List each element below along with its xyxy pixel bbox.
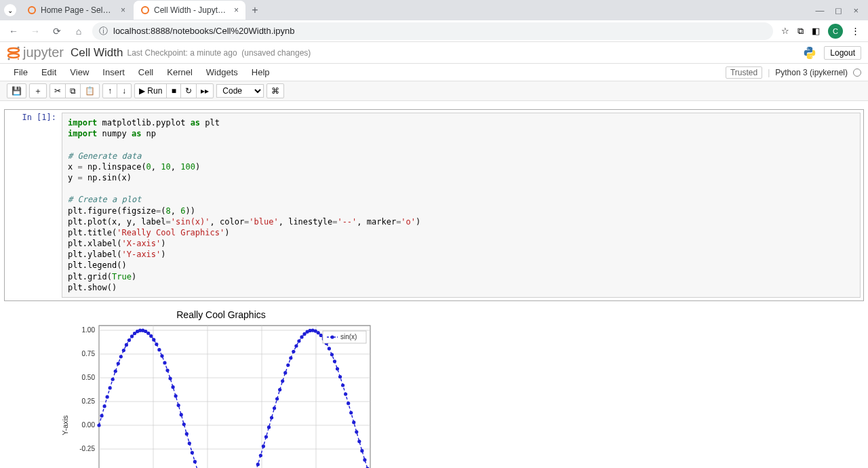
menu-widgets[interactable]: Widgets [199, 67, 245, 77]
run-button[interactable]: ▶ Run [134, 83, 167, 98]
kernel-indicator-icon[interactable] [853, 69, 861, 77]
address-bar[interactable]: ⓘ localhost:8888/notebooks/Cell%20Width.… [92, 22, 773, 40]
svg-point-108 [286, 364, 290, 367]
cell-output: . Really Cool Graphics 0246810-1.00-0.75… [4, 305, 864, 468]
restart-button[interactable]: ↻ [180, 83, 197, 98]
svg-point-71 [185, 432, 189, 435]
browser-tab-active[interactable]: Cell Width - Jupyter Notebook × [134, 1, 245, 20]
svg-point-112 [297, 339, 300, 343]
move-up-button[interactable]: ↑ [102, 83, 117, 98]
svg-point-134 [357, 440, 361, 443]
svg-point-5 [8, 58, 10, 60]
tab-search-button[interactable]: ⌄ [4, 4, 16, 16]
move-down-button[interactable]: ↓ [117, 83, 132, 98]
close-icon[interactable]: × [234, 5, 239, 15]
plot-output: Really Cool Graphics 0246810-1.00-0.75-0… [58, 305, 384, 468]
svg-point-59 [152, 338, 155, 341]
checkpoint-text: Last Checkpoint: a minute ago (unsaved c… [127, 48, 311, 58]
svg-point-43 [108, 386, 112, 389]
svg-point-135 [360, 449, 363, 452]
svg-text:0.25: 0.25 [82, 397, 96, 405]
svg-point-123 [328, 347, 331, 350]
kebab-menu-icon[interactable]: ⋮ [851, 26, 860, 36]
menu-kernel[interactable]: Kernel [160, 67, 199, 77]
kernel-name[interactable]: Python 3 (ipykernel) [775, 68, 848, 77]
bookmark-star-icon[interactable]: ☆ [781, 26, 789, 36]
svg-point-42 [106, 395, 109, 399]
svg-point-119 [317, 331, 320, 334]
svg-point-109 [289, 356, 292, 359]
svg-point-99 [262, 444, 265, 448]
menu-edit[interactable]: Edit [35, 67, 63, 77]
logout-button[interactable]: Logout [824, 46, 861, 60]
svg-point-98 [259, 454, 262, 457]
svg-point-4 [18, 46, 20, 48]
maximize-icon[interactable]: ◻ [835, 5, 842, 16]
forward-icon[interactable]: → [27, 26, 43, 37]
menu-view[interactable]: View [63, 67, 96, 77]
cell-type-select[interactable]: Code [216, 84, 264, 98]
python-logo-icon [802, 45, 817, 60]
menu-insert[interactable]: Insert [96, 67, 132, 77]
svg-point-111 [294, 344, 298, 347]
side-panel-icon[interactable]: ◧ [812, 26, 820, 36]
svg-point-120 [319, 334, 323, 337]
svg-point-63 [163, 361, 166, 364]
trusted-indicator[interactable]: Trusted [726, 66, 762, 79]
svg-point-130 [347, 402, 350, 405]
svg-point-97 [256, 463, 260, 466]
jupyter-logo[interactable]: jupyter [7, 45, 64, 60]
code-editor[interactable]: import matplotlib.pyplot as plt import n… [62, 113, 861, 298]
back-icon[interactable]: ← [5, 26, 22, 37]
notebook-name[interactable]: Cell Width [71, 46, 123, 60]
svg-point-133 [355, 430, 358, 433]
menu-file[interactable]: File [7, 67, 35, 77]
svg-point-124 [330, 353, 334, 356]
home-icon[interactable]: ⌂ [71, 26, 87, 37]
code-cell[interactable]: In [1]: import matplotlib.pyplot as plt … [4, 109, 864, 301]
site-info-icon[interactable]: ⓘ [99, 25, 108, 37]
svg-text:1.00: 1.00 [82, 326, 96, 334]
browser-tab[interactable]: Home Page - Select or create ... × [20, 1, 132, 20]
copy-button[interactable]: ⧉ [65, 83, 81, 98]
save-button[interactable]: 💾 [7, 83, 26, 98]
profile-avatar[interactable]: C [828, 24, 843, 39]
svg-point-2 [8, 48, 19, 52]
svg-point-141 [330, 335, 334, 338]
svg-point-48 [122, 349, 125, 352]
svg-point-50 [127, 338, 131, 342]
interrupt-button[interactable]: ■ [166, 83, 181, 98]
svg-point-47 [119, 355, 123, 358]
plot-svg: 0246810-1.00-0.75-0.50-0.250.000.250.500… [58, 321, 384, 468]
restart-run-all-button[interactable]: ▸▸ [196, 83, 214, 98]
new-tab-button[interactable]: + [247, 4, 263, 16]
minimize-icon[interactable]: — [815, 5, 824, 16]
svg-point-0 [28, 7, 35, 14]
svg-point-73 [191, 451, 194, 454]
svg-point-107 [283, 371, 287, 374]
url-text: localhost:8888/notebooks/Cell%20Width.ip… [113, 26, 294, 36]
svg-point-39 [97, 423, 100, 427]
jupyter-favicon [140, 5, 150, 15]
svg-text:0.00: 0.00 [82, 421, 96, 429]
cut-button[interactable]: ✂ [50, 83, 66, 98]
svg-point-61 [157, 348, 161, 351]
input-prompt: In [1]: [7, 113, 62, 298]
svg-point-132 [352, 421, 355, 424]
reload-icon[interactable]: ⟳ [49, 26, 65, 37]
extensions-icon[interactable]: ⧉ [797, 26, 804, 37]
browser-nav-bar: ← → ⟳ ⌂ ⓘ localhost:8888/notebooks/Cell%… [0, 20, 868, 42]
menu-cell[interactable]: Cell [132, 67, 160, 77]
insert-cell-button[interactable]: ＋ [29, 83, 47, 98]
close-window-icon[interactable]: × [853, 5, 859, 16]
command-palette-button[interactable]: ⌘ [267, 83, 284, 98]
jupyter-header: jupyter Cell Width Last Checkpoint: a mi… [0, 42, 868, 64]
svg-point-66 [171, 385, 174, 389]
svg-point-125 [333, 359, 336, 363]
notebook-container: In [1]: import matplotlib.pyplot as plt … [0, 101, 868, 468]
tab-title: Home Page - Select or create ... [41, 5, 115, 15]
menu-help[interactable]: Help [245, 67, 277, 77]
paste-button[interactable]: 📋 [80, 83, 100, 98]
svg-point-44 [111, 378, 115, 381]
close-icon[interactable]: × [121, 5, 125, 15]
